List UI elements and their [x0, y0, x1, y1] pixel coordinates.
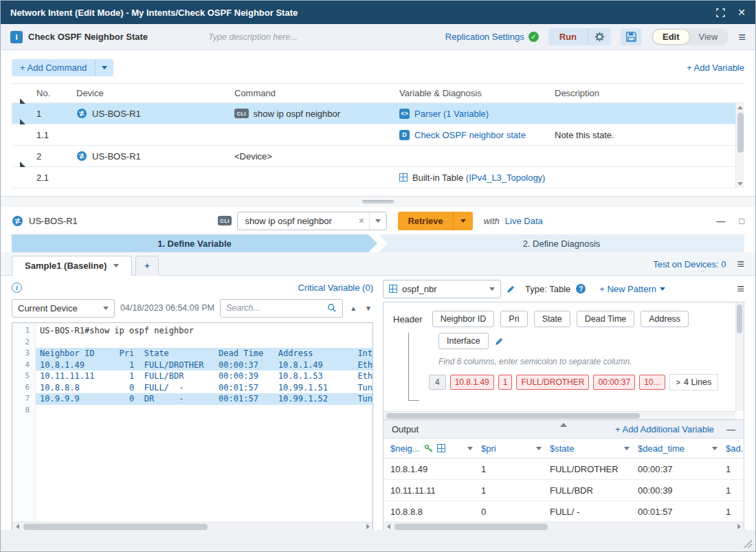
scroll-right-icon[interactable] — [734, 524, 744, 529]
header-field-state[interactable]: State — [534, 311, 570, 327]
live-data-link[interactable]: Live Data — [505, 216, 543, 226]
matched-lines-expander[interactable]: > 4 Lines — [669, 374, 719, 390]
run-button[interactable]: Run — [548, 28, 588, 45]
sample-timestamp: 04/18/2023 06:54:09 PM — [120, 303, 214, 313]
table-row-1[interactable]: 1 US-BOS-R1 CLI show ip ospf neighbor <>… — [12, 103, 744, 124]
find-next-icon[interactable]: ▼ — [365, 305, 372, 312]
col-command: Command — [234, 88, 399, 98]
sample-text-editor[interactable]: 1US-BOS-R1#show ip ospf neighbor 2 3Neig… — [12, 322, 373, 531]
commands-table-header: No. Device Command Variable & Diagnosis … — [12, 84, 744, 103]
header-field-interface[interactable]: Interface — [438, 333, 489, 349]
description-input[interactable] — [208, 32, 359, 42]
pattern-menu-icon[interactable]: ≡ — [737, 283, 744, 295]
tab-dropdown-icon[interactable] — [113, 264, 119, 267]
new-pattern-link[interactable]: + New Pattern — [599, 284, 656, 294]
splitter-grip[interactable] — [362, 200, 394, 203]
command-dropdown-icon[interactable] — [370, 212, 386, 230]
clear-command-icon[interactable]: ✕ — [353, 217, 369, 225]
source-device-select[interactable]: Current Device — [12, 299, 115, 318]
header-field-pri[interactable]: Pri — [500, 311, 527, 327]
retrieve-button[interactable]: Retrieve — [398, 212, 452, 230]
scroll-left-icon[interactable] — [12, 524, 22, 529]
table-row-2[interactable]: 2 US-BOS-R1 <Device> — [12, 146, 744, 167]
add-command-dropdown-icon[interactable] — [95, 59, 113, 76]
command-combobox[interactable]: show ip ospf neighbor ✕ — [237, 212, 387, 230]
table-row-1-1[interactable]: 1.1 D Check OSPF neighbor state Note thi… — [12, 124, 744, 146]
window-close-icon[interactable]: ✕ — [737, 8, 746, 17]
output-row[interactable]: 10.11.11.11 1 FULL/BDR 00:00:39 1 — [383, 480, 744, 501]
matched-value-address[interactable]: 10... — [639, 375, 665, 390]
expand-all-icon[interactable] — [20, 88, 25, 104]
commands-vertical-scrollbar[interactable] — [735, 103, 744, 188]
scroll-down-icon[interactable] — [737, 182, 743, 186]
row11-diagnosis-link[interactable]: Check OSPF neighbor state — [414, 130, 526, 140]
panel-minimize-icon[interactable]: — — [716, 216, 725, 226]
search-input[interactable] — [226, 303, 327, 313]
scrollbar-thumb[interactable] — [23, 524, 208, 530]
cell: 1 — [726, 507, 744, 517]
tabs-menu-icon[interactable]: ≡ — [737, 258, 744, 270]
pattern-vertical-scrollbar[interactable] — [735, 302, 744, 411]
search-icon[interactable] — [327, 303, 337, 313]
window-resize-grip[interactable] — [743, 539, 753, 549]
scrollbar-thumb[interactable] — [737, 113, 744, 153]
step-define-variable[interactable]: 1. Define Variable — [12, 234, 377, 252]
edit-header-pencil-icon[interactable] — [495, 337, 504, 346]
view-mode-button[interactable]: View — [689, 30, 728, 44]
info-icon[interactable]: i — [12, 283, 22, 293]
toolbar-menu-icon[interactable]: ≡ — [738, 31, 746, 43]
output-row[interactable]: 10.8.1.49 1 FULL/DROTHER 00:00:37 1 — [383, 459, 744, 480]
scrollbar-thumb[interactable] — [394, 524, 548, 530]
step-define-diagnosis[interactable]: 2. Define Diagnosis — [379, 234, 744, 252]
matched-value-pri[interactable]: 1 — [498, 375, 513, 390]
row1-expander-icon[interactable] — [20, 109, 25, 124]
column-dropdown-icon[interactable] — [624, 447, 630, 450]
pattern-horizontal-scrollbar[interactable] — [383, 411, 735, 419]
add-additional-variable-link[interactable]: + Add Additional Variable — [615, 424, 714, 434]
scrollbar-thumb[interactable] — [737, 305, 742, 333]
column-dropdown-icon[interactable] — [467, 447, 473, 450]
test-on-devices-link[interactable]: Test on Devices: 0 — [653, 259, 726, 269]
column-dropdown-icon[interactable] — [712, 447, 718, 450]
edit-variable-pencil-icon[interactable] — [507, 285, 515, 294]
wizard-steps: 1. Define Variable 2. Define Diagnosis — [12, 234, 744, 252]
tab-sample1-baseline[interactable]: Sample1 (Baseline) — [12, 256, 132, 276]
variable-select[interactable]: ospf_nbr — [383, 280, 501, 298]
add-variable-link[interactable]: + Add Variable — [687, 63, 744, 73]
scrollbar-thumb[interactable] — [386, 413, 640, 419]
collapse-output-icon[interactable] — [560, 423, 567, 427]
horizontal-splitter[interactable] — [1, 197, 755, 207]
output-minimize-icon[interactable]: — — [726, 424, 735, 434]
critical-variable-link[interactable]: Critical Variable (0) — [298, 283, 373, 293]
retrieve-dropdown-icon[interactable] — [453, 212, 473, 230]
header-field-dead-time[interactable]: Dead Time — [577, 311, 634, 327]
header-field-neighbor-id[interactable]: Neighbor ID — [432, 311, 495, 327]
add-sample-tab-button[interactable]: + — [135, 256, 159, 276]
row2-expander-icon[interactable] — [20, 151, 25, 167]
scroll-right-icon[interactable] — [363, 524, 373, 529]
table-row-2-1[interactable]: 2.1 Built-in Table (IPv4_L3_Topology) — [12, 167, 744, 188]
run-settings-gear-icon[interactable] — [588, 28, 611, 45]
matched-value-neighbor-id[interactable]: 10.8.1.49 — [450, 375, 494, 390]
row1-parser-link[interactable]: Parser (1 Variable) — [414, 109, 489, 119]
panel-maximize-icon[interactable]: □ — [739, 216, 744, 226]
save-button[interactable] — [621, 28, 642, 45]
header-field-address[interactable]: Address — [641, 311, 689, 327]
replication-settings-link[interactable]: Replication Settings — [445, 32, 524, 42]
column-dropdown-icon[interactable] — [536, 447, 542, 450]
scroll-left-icon[interactable] — [383, 524, 393, 529]
help-icon[interactable]: ? — [576, 284, 586, 294]
output-row[interactable]: 10.8.8.8 0 FULL/ - 00:01:57 1 — [383, 501, 744, 522]
code-line: 10.8.8.8 0 FULL/ - 00:01:57 10.99.1.51 T… — [36, 382, 373, 394]
find-previous-icon[interactable]: ▲ — [350, 305, 357, 312]
new-pattern-dropdown-icon[interactable] — [660, 287, 665, 291]
cell: 00:00:37 — [638, 464, 726, 474]
edit-mode-button[interactable]: Edit — [653, 30, 689, 44]
matched-value-state[interactable]: FULL/DROTHER — [516, 375, 589, 390]
matched-value-dead-time[interactable]: 00:00:37 — [593, 375, 635, 390]
add-command-label[interactable]: + Add Command — [12, 59, 95, 76]
row21-table-link[interactable]: (IPv4_L3_Topology) — [466, 173, 546, 183]
sample-tabs-bar: Sample1 (Baseline) + Test on Devices: 0 … — [1, 252, 755, 276]
window-maximize-icon[interactable] — [716, 8, 725, 17]
scroll-up-icon[interactable] — [737, 106, 743, 109]
